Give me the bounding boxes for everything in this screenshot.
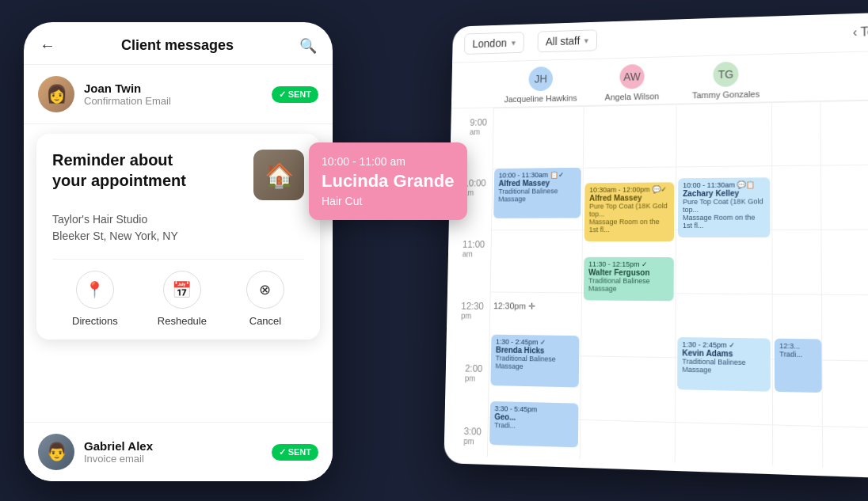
appt-walter[interactable]: 11:30 - 12:15pm ✓ Walter Ferguson Tradit… bbox=[584, 257, 674, 302]
prev-button[interactable]: ‹ bbox=[853, 25, 858, 40]
appt-alfred-col1[interactable]: 10:00 - 11:30am 📋✓ Alfred Massey Traditi… bbox=[493, 168, 581, 218]
time-marker: 12:30pm ✛ bbox=[493, 301, 535, 311]
phone-header: ← Client messages 🔍 bbox=[24, 22, 333, 65]
schedule-col-3: 10:00 - 11:30am 💬📋 Zachary Kelley Pure T… bbox=[676, 102, 774, 465]
cancel-label: Cancel bbox=[249, 315, 281, 327]
message-sub-2: Invoice email bbox=[84, 453, 272, 465]
staff-avatar-3: TG bbox=[713, 62, 738, 87]
staff-chevron: ▾ bbox=[584, 36, 589, 46]
location-chevron: ▾ bbox=[511, 38, 516, 47]
schedule-col-4: 12:3... Tradi... bbox=[772, 101, 823, 468]
reminder-header: Reminder about your appointment 🏠 bbox=[52, 150, 304, 200]
cancel-button[interactable]: ⊗ Cancel bbox=[246, 271, 284, 327]
sent-badge-1: ✓ SENT bbox=[272, 86, 318, 103]
message-name-1: Joan Twin bbox=[84, 82, 272, 95]
popup-name: Lucinda Grande bbox=[322, 171, 455, 192]
today-button[interactable]: To bbox=[860, 25, 868, 39]
nav-arrows: ‹ To bbox=[853, 25, 868, 40]
time-300: 3:00pm bbox=[444, 422, 488, 469]
staff-value: All staff bbox=[546, 35, 581, 48]
sent-badge-2: ✓ SENT bbox=[272, 444, 318, 461]
reshedule-icon: 📅 bbox=[163, 271, 201, 309]
reshedule-button[interactable]: 📅 Reshedule bbox=[158, 271, 207, 327]
message-info-1: Joan Twin Confirmation Email bbox=[84, 82, 272, 107]
popup-time: 10:00 - 11:00 am bbox=[322, 155, 455, 168]
time-200: 2:00pm bbox=[444, 359, 489, 423]
grid-body: 10:00 - 11:30am 📋✓ Alfred Massey Traditi… bbox=[488, 100, 868, 469]
appt-alfred-col2[interactable]: 10:30am - 12:00pm 💬✓ Alfred Massey Pure … bbox=[584, 182, 675, 241]
phone-mockup-left: ← Client messages 🔍 👩 Joan Twin Confirma… bbox=[24, 22, 333, 481]
avatar-joan: 👩 bbox=[38, 76, 74, 112]
reminder-title: Reminder about your appointment bbox=[52, 150, 211, 191]
appt-kevin[interactable]: 1:30 - 2:45pm ✓ Kevin Adams Traditional … bbox=[677, 337, 771, 392]
popup-service: Hair Cut bbox=[322, 195, 455, 207]
phone-title: Client messages bbox=[121, 37, 234, 54]
appt-geo[interactable]: 3:30 - 5:45pm Geo... Tradi... bbox=[489, 401, 578, 447]
message-row-1[interactable]: 👩 Joan Twin Confirmation Email ✓ SENT bbox=[24, 65, 333, 124]
directions-button[interactable]: 📍 Directions bbox=[72, 271, 118, 327]
directions-icon: 📍 bbox=[76, 271, 114, 309]
reshedule-label: Reshedule bbox=[158, 315, 207, 327]
location-line1: Taylor's Hair Studio bbox=[52, 213, 147, 226]
message-info-2: Gabriel Alex Invoice email bbox=[84, 439, 272, 465]
cancel-icon: ⊗ bbox=[246, 271, 284, 309]
message-sub-1: Confirmation Email bbox=[84, 95, 272, 107]
schedule-col-2: 10:30am - 12:00pm 💬✓ Alfred Massey Pure … bbox=[581, 104, 677, 463]
staff-select[interactable]: All staff ▾ bbox=[537, 29, 597, 52]
reminder-location: Taylor's Hair Studio Bleeker St, New Yor… bbox=[52, 211, 304, 245]
staff-name-3: Tammy Gonzales bbox=[692, 89, 760, 101]
schedule-col-1: 10:00 - 11:30am 📋✓ Alfred Massey Traditi… bbox=[488, 106, 584, 460]
message-row-2[interactable]: 👨 Gabriel Alex Invoice email ✓ SENT bbox=[24, 422, 333, 481]
calendar-grid: 9:00am 10:00am 11:00am 12:30pm 2:00pm 3:… bbox=[444, 100, 868, 469]
back-button[interactable]: ← bbox=[40, 36, 55, 55]
staff-col-2: AW Angela Wilson bbox=[586, 63, 679, 102]
time-1100: 11:00am bbox=[447, 236, 491, 298]
appt-partial[interactable]: 12:3... Tradi... bbox=[775, 339, 822, 393]
avatar-gabriel: 👨 bbox=[38, 434, 74, 470]
time-1230: 12:30pm bbox=[446, 298, 489, 360]
staff-col-3: TG Tammy Gonzales bbox=[679, 61, 774, 101]
directions-label: Directions bbox=[72, 315, 118, 327]
staff-col-1: JH Jacqueline Hawkins bbox=[496, 66, 586, 104]
search-button[interactable]: 🔍 bbox=[299, 37, 317, 55]
staff-name-2: Angela Wilson bbox=[605, 91, 660, 101]
location-select[interactable]: London ▾ bbox=[464, 32, 524, 55]
appt-zachary[interactable]: 10:00 - 11:30am 💬📋 Zachary Kelley Pure T… bbox=[678, 177, 770, 237]
staff-avatar-1: JH bbox=[528, 66, 553, 91]
location-value: London bbox=[472, 37, 507, 50]
appt-brenda[interactable]: 1:30 - 2:45pm ✓ Brenda Hicks Traditional… bbox=[490, 335, 579, 388]
action-row: 📍 Directions 📅 Reshedule ⊗ Cancel bbox=[52, 259, 304, 327]
popup-appointment-card[interactable]: 10:00 - 11:00 am Lucinda Grande Hair Cut bbox=[309, 142, 467, 220]
reminder-card: Reminder about your appointment 🏠 Taylor… bbox=[36, 134, 320, 340]
staff-name-1: Jacqueline Hawkins bbox=[504, 93, 577, 104]
reminder-photo: 🏠 bbox=[253, 150, 304, 200]
message-name-2: Gabriel Alex bbox=[84, 439, 272, 453]
location-line2: Bleeker St, New York, NY bbox=[52, 230, 178, 242]
calendar-tablet: London ▾ All staff ▾ ‹ To JH Jacqueline … bbox=[444, 13, 868, 479]
staff-avatar-2: AW bbox=[619, 64, 644, 89]
